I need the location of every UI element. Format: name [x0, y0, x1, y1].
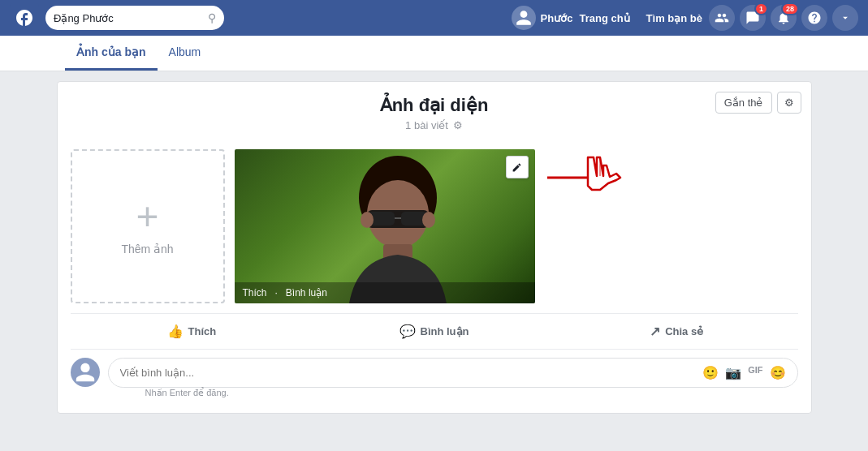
comment-icon: 💬: [399, 324, 416, 339]
comment-label: Bình luận: [421, 325, 469, 337]
messages-icon-btn[interactable]: 1: [740, 5, 766, 31]
add-photo-label: Thêm ảnh: [121, 243, 173, 256]
overlay-comment[interactable]: Bình luận: [286, 287, 327, 299]
comment-input[interactable]: [120, 367, 703, 379]
action-bar: 👍 Thích 💬 Bình luận ↗ Chia sẻ: [71, 313, 798, 350]
emoji-icon[interactable]: 🙂: [702, 365, 719, 380]
person-silhouette: [333, 153, 463, 303]
overlay-separator: ·: [275, 287, 278, 299]
photo-grid: + Thêm ảnh: [58, 140, 811, 313]
dropdown-icon-btn[interactable]: [832, 5, 858, 31]
card-header: Ảnh đại diện 1 bài viết ⚙ Gắn thẻ ⚙: [58, 82, 811, 140]
gif-icon[interactable]: GIF: [748, 365, 762, 380]
like-icon: 👍: [167, 324, 184, 339]
sub-nav: Ảnh của bạn Album: [0, 36, 868, 71]
add-photo-box[interactable]: + Thêm ảnh: [71, 149, 225, 303]
post-count: 1 bài viết: [405, 119, 448, 131]
search-input[interactable]: [54, 12, 203, 24]
profile-photo[interactable]: Thích · Bình luận: [235, 149, 535, 303]
notifications-icon-btn[interactable]: 28: [771, 5, 797, 31]
hand-pointer-annotation: [543, 149, 633, 206]
card-meta: 1 bài viết ⚙: [58, 119, 811, 131]
help-icon-btn[interactable]: [801, 5, 827, 31]
nav-icons: 1 28: [709, 5, 858, 31]
comment-section: 🙂 📷 GIF 😊 Nhấn Enter để đăng.: [58, 350, 811, 413]
facebook-logo[interactable]: [10, 3, 39, 32]
nav-home[interactable]: Trang chủ: [579, 12, 629, 24]
nav-user[interactable]: Phước: [512, 6, 573, 30]
photo-card: Ảnh đại diện 1 bài viết ⚙ Gắn thẻ ⚙ + Th…: [57, 81, 812, 414]
tag-button[interactable]: Gắn thẻ: [715, 92, 772, 114]
nav-avatar: [512, 6, 536, 30]
like-button[interactable]: 👍 Thích: [71, 317, 313, 346]
comment-input-wrap[interactable]: 🙂 📷 GIF 😊: [108, 358, 798, 388]
camera-icon[interactable]: 📷: [725, 365, 741, 380]
album-title: Ảnh đại diện: [58, 95, 811, 116]
add-photo-plus-icon: +: [136, 197, 158, 236]
svg-point-7: [422, 212, 435, 228]
nav-find-friends[interactable]: Tìm bạn bè: [646, 12, 702, 24]
search-bar[interactable]: ⚲: [45, 6, 224, 30]
top-nav: ⚲ Phước Trang chủ Tìm bạn bè 1 28: [0, 0, 868, 36]
comment-avatar: [71, 358, 100, 387]
share-button[interactable]: ↗ Chia sẻ: [555, 317, 798, 346]
card-actions: Gắn thẻ ⚙: [715, 92, 801, 114]
edit-photo-button[interactable]: [506, 156, 529, 178]
friends-icon-btn[interactable]: [709, 5, 735, 31]
like-label: Thích: [188, 325, 217, 337]
overlay-like[interactable]: Thích: [243, 287, 267, 299]
profile-photo-container: Thích · Bình luận: [235, 149, 535, 303]
notification-badge: 1: [754, 2, 768, 15]
main-content: Ảnh đại diện 1 bài viết ⚙ Gắn thẻ ⚙ + Th…: [57, 71, 812, 423]
share-label: Chia sẻ: [665, 325, 703, 337]
settings-button[interactable]: ⚙: [777, 92, 801, 114]
messages-badge: 28: [781, 2, 799, 15]
nav-user-name: Phước: [541, 12, 573, 24]
share-icon: ↗: [650, 324, 660, 339]
sticker-icon[interactable]: 😊: [770, 365, 786, 380]
comment-button[interactable]: 💬 Bình luận: [313, 317, 555, 346]
photo-overlay: Thích · Bình luận: [235, 282, 535, 303]
comment-hint: Nhấn Enter để đăng.: [108, 388, 798, 405]
nav-links: Trang chủ Tìm bạn bè: [579, 12, 702, 24]
meta-settings-icon[interactable]: ⚙: [453, 119, 463, 131]
svg-point-6: [361, 212, 374, 228]
sub-nav-albums[interactable]: Album: [158, 36, 213, 71]
search-icon: ⚲: [208, 11, 216, 24]
sub-nav-my-photos[interactable]: Ảnh của bạn: [65, 36, 158, 71]
comment-icons: 🙂 📷 GIF 😊: [702, 365, 785, 380]
